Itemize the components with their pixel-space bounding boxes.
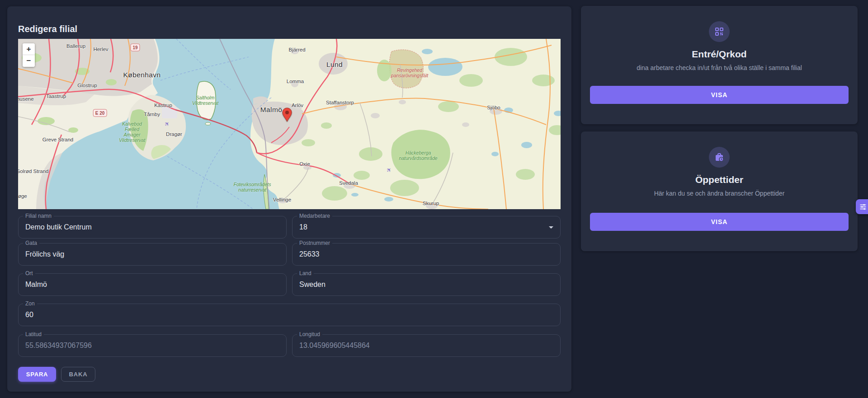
land-field[interactable]: Land Sweden — [292, 273, 561, 296]
chevron-down-icon — [549, 226, 553, 229]
qr-code-icon — [714, 26, 725, 37]
field-label: Postnummer — [297, 240, 332, 247]
field-value: Malmö — [19, 274, 286, 295]
field-value: 55.58634937067596 — [19, 335, 286, 356]
entre-qrkod-card: Entré/Qrkod dina arbetare checka in/ut f… — [581, 6, 858, 124]
page-title: Redigera filial — [18, 24, 77, 34]
field-value: 60 — [19, 304, 560, 326]
field-value: 25633 — [292, 243, 560, 265]
field-label: Ort — [23, 270, 35, 277]
icon-badge — [709, 21, 730, 42]
field-label: Gata — [23, 240, 39, 247]
field-label: Filial namn — [23, 213, 54, 220]
edit-branch-panel: Redigera filial — [7, 6, 571, 392]
field-value: 18 — [292, 216, 560, 238]
briefcase-clock-icon — [714, 152, 725, 163]
save-button[interactable]: SPARA — [18, 367, 56, 382]
visa-oppettider-button[interactable]: VISA — [590, 213, 849, 231]
map-canvas — [18, 39, 561, 209]
latitud-field[interactable]: Latitud 55.58634937067596 — [18, 334, 287, 357]
visa-qrkod-button[interactable]: VISA — [590, 86, 849, 104]
field-label: Latitud — [23, 331, 44, 338]
settings-tab[interactable] — [856, 199, 868, 214]
field-label: Zon — [23, 300, 37, 307]
field-value: 13.045969605445864 — [292, 335, 560, 356]
field-label: Land — [297, 270, 314, 277]
field-label: Longitud — [297, 331, 322, 338]
card-subtitle: dina arbetare checka in/ut från två olik… — [637, 64, 802, 71]
sliders-icon — [859, 203, 867, 211]
field-label: Medarbetare — [297, 213, 332, 220]
back-button[interactable]: BAKA — [61, 367, 95, 382]
map-marker-pin[interactable] — [282, 108, 292, 122]
field-value: Frölichs väg — [19, 243, 286, 265]
ort-field[interactable]: Ort Malmö — [18, 273, 287, 296]
field-value: Demo butik Centrum — [19, 216, 286, 238]
map[interactable]: BallerupHerlev19KøbenhavnGlostrupTaastru… — [18, 39, 561, 209]
oppettider-card: Öppettider Här kan du se och ändra brans… — [581, 131, 858, 251]
map-zoom-control: + − — [23, 43, 35, 67]
filial-namn-field[interactable]: Filial namn Demo butik Centrum — [18, 216, 287, 239]
postnummer-field[interactable]: Postnummer 25633 — [292, 243, 561, 266]
gata-field[interactable]: Gata Frölichs väg — [18, 243, 287, 266]
card-subtitle: Här kan du se och ändra branscher Öppett… — [654, 190, 785, 197]
icon-badge — [709, 147, 730, 168]
map-zoom-in-button[interactable]: + — [23, 43, 35, 55]
field-value: Sweden — [292, 274, 560, 295]
longitud-field[interactable]: Longitud 13.045969605445864 — [292, 334, 561, 357]
map-zoom-out-button[interactable]: − — [23, 55, 35, 67]
card-title: Entré/Qrkod — [692, 49, 746, 60]
card-title: Öppettider — [695, 174, 743, 185]
zon-field[interactable]: Zon 60 — [18, 304, 561, 326]
medarbetare-select[interactable]: Medarbetare 18 — [292, 216, 561, 239]
